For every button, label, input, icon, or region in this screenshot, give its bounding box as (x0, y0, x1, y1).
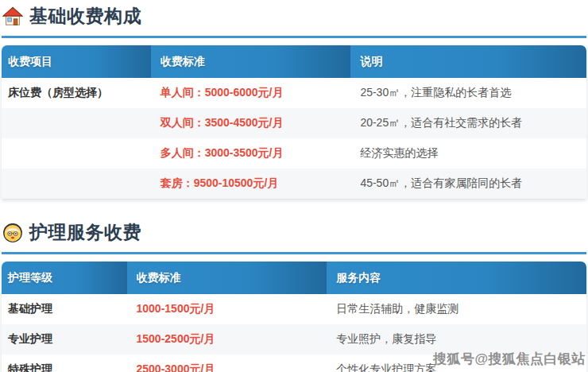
basic-fees-heading: 基础收费构成 (2, 4, 586, 38)
nursing-fees-table-header: 护理等级 收费标准 服务内容 (2, 262, 586, 294)
basic-fees-table: 收费项目 收费标准 说明 床位费（房型选择） 单人间：5000-6000元/月 … (2, 45, 586, 199)
care-level-cell: 基础护理 (2, 294, 127, 324)
table-row: 床位费（房型选择） 单人间：5000-6000元/月 25-30㎡，注重隐私的长… (2, 78, 586, 108)
fee-price-cell: 单人间：5000-6000元/月 (151, 78, 351, 108)
fee-price-cell: 1500-2500元/月 (127, 324, 327, 355)
column-header-care-level: 护理等级 (2, 262, 127, 294)
column-header-service-content: 服务内容 (327, 262, 586, 294)
table-row: 双人间：3500-4500元/月 20-25㎡，适合有社交需求的长者 (2, 108, 586, 138)
fee-price-cell: 1000-1500元/月 (127, 294, 327, 324)
service-content-cell: 日常生活辅助，健康监测 (327, 294, 586, 324)
section-title-text: 护理服务收费 (29, 220, 141, 245)
care-level-cell: 专业护理 (2, 324, 127, 355)
sohu-watermark: 搜狐号@搜狐焦点白银站 (433, 350, 586, 368)
fee-item-cell (2, 138, 151, 169)
house-icon (2, 6, 23, 27)
fee-price-cell: 套房：9500-10500元/月 (151, 169, 351, 199)
table-row: 套房：9500-10500元/月 45-50㎡，适合有家属陪同的长者 (2, 169, 586, 199)
basic-fees-section: 基础收费构成 收费项目 收费标准 说明 床位费（房型选择） 单人间：5000-6… (2, 4, 586, 199)
fee-desc-cell: 20-25㎡，适合有社交需求的长者 (350, 108, 586, 138)
fee-item-cell (2, 169, 151, 199)
table-row: 多人间：3000-3500元/月 经济实惠的选择 (2, 138, 586, 169)
basic-fees-table-header: 收费项目 收费标准 说明 (2, 45, 586, 78)
fee-price-cell: 双人间：3500-4500元/月 (151, 108, 351, 138)
fee-item-cell (2, 108, 151, 138)
care-level-cell: 特殊护理 (2, 355, 127, 372)
elder-face-icon (2, 223, 23, 243)
column-header-description: 说明 (350, 45, 586, 78)
fee-desc-cell: 45-50㎡，适合有家属陪同的长者 (350, 169, 586, 199)
fee-price-cell: 2500-3000元/月 (127, 355, 327, 372)
article-content: 基础收费构成 收费项目 收费标准 说明 床位费（房型选择） 单人间：5000-6… (0, 0, 588, 372)
fee-desc-cell: 经济实惠的选择 (350, 138, 586, 169)
column-header-fee-standard: 收费标准 (151, 45, 351, 78)
nursing-fees-heading: 护理服务收费 (2, 220, 586, 254)
fee-desc-cell: 25-30㎡，注重隐私的长者首选 (350, 78, 586, 108)
table-row: 基础护理 1000-1500元/月 日常生活辅助，健康监测 (2, 294, 586, 324)
column-header-fee-standard: 收费标准 (127, 262, 327, 294)
column-header-fee-item: 收费项目 (2, 45, 151, 78)
fee-price-cell: 多人间：3000-3500元/月 (151, 138, 351, 169)
fee-item-cell: 床位费（房型选择） (2, 78, 151, 108)
section-title-text: 基础收费构成 (29, 4, 141, 29)
